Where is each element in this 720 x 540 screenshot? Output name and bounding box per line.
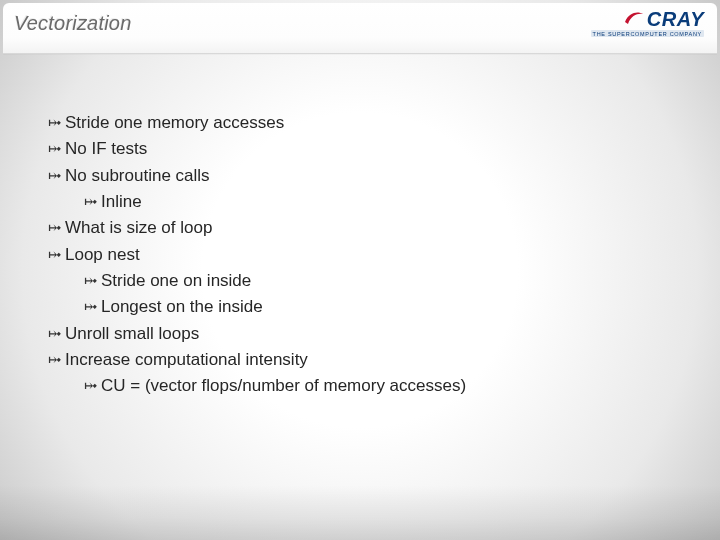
outline-text: Stride one on inside [101, 271, 251, 290]
bullet-icon: ⤠ [84, 193, 101, 210]
outline-text: Longest on the inside [101, 297, 263, 316]
outline-text: CU = (vector flops/number of memory acce… [101, 376, 466, 395]
bullet-icon: ⤠ [48, 351, 65, 368]
logo-tagline: THE SUPERCOMPUTER COMPANY [591, 30, 704, 37]
outline-text: No IF tests [65, 139, 147, 158]
outline-item: ⤠No IF tests [48, 136, 680, 162]
slide-title: Vectorization [14, 12, 131, 35]
outline-text: Inline [101, 192, 142, 211]
outline-item: ⤠Unroll small loops [48, 321, 680, 347]
bullet-icon: ⤠ [48, 219, 65, 236]
outline-item: ⤠CU = (vector flops/number of memory acc… [48, 373, 680, 399]
outline-text: Stride one memory accesses [65, 113, 284, 132]
vendor-logo: CRAY THE SUPERCOMPUTER COMPANY [591, 8, 704, 37]
bullet-icon: ⤠ [48, 140, 65, 157]
slide-body: ⤠Stride one memory accesses⤠No IF tests⤠… [48, 110, 680, 400]
outline-item: ⤠Loop nest [48, 242, 680, 268]
outline-item: ⤠What is size of loop [48, 215, 680, 241]
outline-item: ⤠No subroutine calls [48, 163, 680, 189]
bullet-icon: ⤠ [48, 246, 65, 263]
bullet-icon: ⤠ [84, 377, 101, 394]
bullet-icon: ⤠ [48, 167, 65, 184]
bottom-shadow [0, 485, 720, 540]
bullet-icon: ⤠ [48, 325, 65, 342]
outline-text: Increase computational intensity [65, 350, 308, 369]
bullet-icon: ⤠ [84, 272, 101, 289]
outline-text: No subroutine calls [65, 166, 210, 185]
slide: Vectorization CRAY THE SUPERCOMPUTER COM… [0, 0, 720, 540]
bullet-icon: ⤠ [48, 114, 65, 131]
outline-item: ⤠Longest on the inside [48, 294, 680, 320]
logo-main: CRAY [624, 8, 704, 29]
bullet-icon: ⤠ [84, 298, 101, 315]
outline-item: ⤠Inline [48, 189, 680, 215]
swoosh-icon [624, 10, 644, 29]
outline-text: Unroll small loops [65, 324, 199, 343]
outline-text: What is size of loop [65, 218, 212, 237]
outline-item: ⤠Stride one on inside [48, 268, 680, 294]
outline-item: ⤠Increase computational intensity [48, 347, 680, 373]
outline-text: Loop nest [65, 245, 140, 264]
logo-text: CRAY [647, 9, 704, 29]
outline-item: ⤠Stride one memory accesses [48, 110, 680, 136]
